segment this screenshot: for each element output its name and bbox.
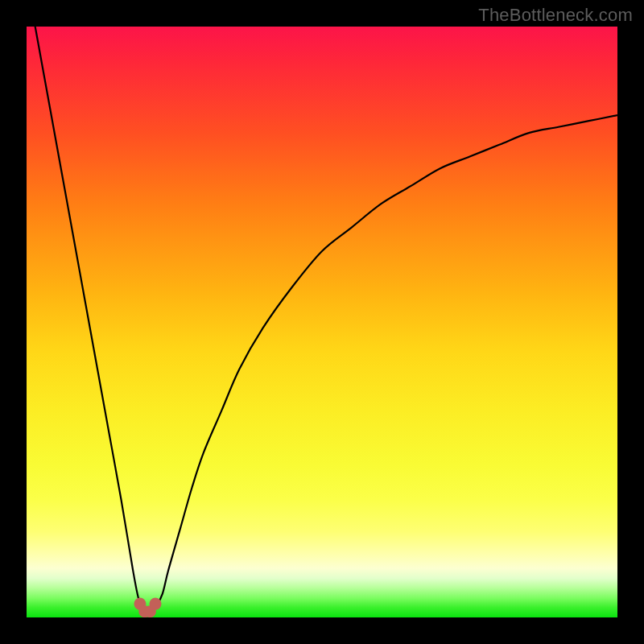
- bottleneck-curve: [27, 27, 617, 613]
- curve-path: [27, 27, 617, 613]
- chart-frame: TheBottleneck.com: [0, 0, 644, 644]
- plot-area: [27, 27, 617, 617]
- minimum-marker: [150, 598, 162, 610]
- minimum-markers: [134, 598, 161, 617]
- curve-layer: [27, 27, 617, 617]
- watermark-text: TheBottleneck.com: [478, 5, 633, 26]
